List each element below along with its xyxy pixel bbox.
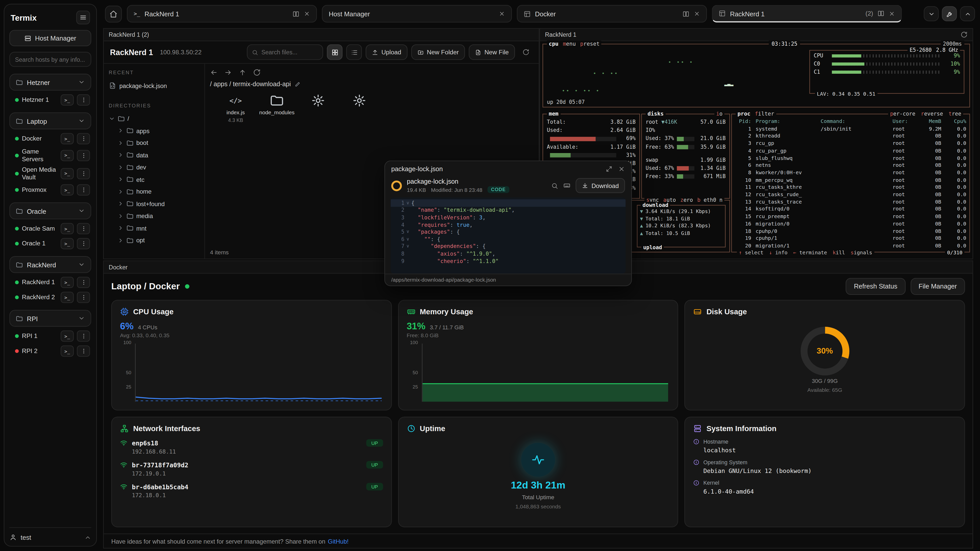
tree-item-boot[interactable]: boot	[109, 137, 199, 149]
file-refresh-button[interactable]	[519, 45, 533, 59]
tree-item-opt[interactable]: opt	[109, 234, 199, 246]
up-directory-icon[interactable]	[239, 68, 246, 76]
tab-racknerd-1-3[interactable]: RackNerd 1(2)	[712, 5, 902, 23]
tree-item-lost-found[interactable]: lost+found	[109, 198, 199, 210]
tree-item-home[interactable]: home	[109, 186, 199, 198]
host-item-hetzner-1[interactable]: Hetzner 1>_	[10, 91, 91, 106]
group-header-oracle[interactable]: Oracle	[10, 202, 91, 219]
host-terminal-button[interactable]: >_	[61, 133, 74, 144]
host-terminal-button[interactable]: >_	[61, 345, 74, 357]
host-menu-button[interactable]	[77, 238, 90, 249]
tab-racknerd-1-0[interactable]: >_RackNerd 1	[127, 5, 317, 23]
refresh-status-button[interactable]: Refresh Status	[846, 278, 905, 295]
grid-view-button[interactable]	[327, 44, 342, 60]
tree-item-apps[interactable]: apps	[109, 125, 199, 137]
back-icon[interactable]	[210, 68, 218, 76]
fold-caret[interactable]: ∨	[404, 200, 411, 206]
close-tab-button[interactable]	[304, 8, 310, 19]
host-search-input[interactable]	[10, 52, 91, 67]
close-tab-button[interactable]	[694, 8, 700, 19]
host-terminal-button[interactable]: >_	[61, 223, 74, 234]
file-search-input[interactable]	[261, 49, 318, 56]
btop-option-preset[interactable]: preset	[580, 41, 600, 47]
btop-option-b-eth0-n[interactable]: b eth0 n	[697, 197, 722, 203]
github-link[interactable]: GitHub!	[328, 537, 348, 545]
fold-caret[interactable]: ∨	[404, 229, 411, 234]
list-view-button[interactable]	[346, 44, 362, 60]
host-terminal-button[interactable]: >_	[61, 330, 74, 342]
group-header-rpi[interactable]: RPI	[10, 310, 91, 327]
fold-caret[interactable]: ∨	[404, 237, 411, 242]
sidebar-collapse-button[interactable]	[76, 11, 90, 24]
chevron-up-icon[interactable]	[84, 534, 91, 541]
host-terminal-button[interactable]: >_	[61, 277, 74, 288]
terminal-refresh-icon[interactable]	[961, 31, 967, 38]
btop-option-filter[interactable]: filter	[755, 110, 774, 117]
collapse-panel-button[interactable]	[960, 6, 975, 21]
btop-option-tree[interactable]: tree	[948, 110, 961, 117]
fold-caret[interactable]: ∨	[404, 244, 411, 249]
tree-item-media[interactable]: media	[109, 210, 199, 222]
host-menu-button[interactable]	[77, 150, 90, 161]
upload-button[interactable]: Upload	[366, 44, 407, 60]
host-item-oracle-1[interactable]: Oracle 1>_	[10, 234, 91, 249]
host-menu-button[interactable]	[77, 168, 90, 179]
sidebar-footer[interactable]: test	[10, 527, 91, 541]
close-icon[interactable]	[618, 165, 625, 172]
host-item-rpi-2[interactable]: RPI 2>_	[10, 342, 91, 357]
btop-option-io[interactable]: io	[716, 110, 722, 117]
host-menu-button[interactable]	[77, 330, 90, 342]
file-search[interactable]	[247, 44, 323, 60]
host-terminal-button[interactable]: >_	[61, 94, 74, 106]
tree-item-root[interactable]: /	[109, 113, 199, 125]
group-header-hetzner[interactable]: Hetzner	[10, 74, 91, 91]
host-menu-button[interactable]	[77, 133, 90, 144]
close-tab-button[interactable]	[499, 8, 505, 19]
btop-option-reverse[interactable]: reverse	[921, 110, 943, 117]
recent-file-package-lock-json[interactable]: package-lock.json	[109, 79, 199, 92]
host-item-docker[interactable]: Docker>_	[10, 129, 91, 144]
host-item-game-servers[interactable]: Game Servers>_	[10, 144, 91, 162]
btop-option-zero[interactable]: zero	[680, 197, 693, 203]
host-menu-button[interactable]	[77, 223, 90, 234]
tree-item-dev[interactable]: dev	[109, 161, 199, 173]
file-manager-open-button[interactable]: File Manager	[910, 278, 965, 295]
file-item-index-js[interactable]: </>index.js4.3 KB	[218, 92, 254, 123]
new-folder-button[interactable]: New Folder	[411, 44, 465, 60]
file-item[interactable]	[300, 92, 336, 123]
download-button[interactable]: Download	[576, 178, 625, 193]
btop-option-menu[interactable]: menu	[563, 41, 576, 47]
host-terminal-button[interactable]: >_	[61, 184, 74, 195]
close-tab-button[interactable]	[889, 8, 895, 19]
group-header-laptop[interactable]: Laptop	[10, 113, 91, 129]
tree-item-etc[interactable]: etc	[109, 173, 199, 186]
host-item-open-media-vault[interactable]: Open Media Vault>_	[10, 162, 91, 181]
host-terminal-button[interactable]: >_	[61, 168, 74, 179]
forward-icon[interactable]	[224, 68, 232, 76]
breadcrumb-path[interactable]: / apps / termix-download-api	[210, 81, 291, 87]
host-terminal-button[interactable]: >_	[61, 150, 74, 161]
file-item[interactable]	[341, 92, 377, 123]
tab-host-manager-1[interactable]: Host Manager	[322, 5, 512, 23]
edit-path-icon[interactable]	[294, 81, 301, 87]
host-item-oracle-sam[interactable]: Oracle Sam>_	[10, 219, 91, 234]
host-menu-button[interactable]	[77, 277, 90, 288]
host-item-racknerd-2[interactable]: RackNerd 2>_	[10, 288, 91, 303]
host-menu-button[interactable]	[77, 94, 90, 106]
host-manager-button[interactable]: Host Manager	[10, 30, 91, 46]
tab-docker-2[interactable]: Docker	[517, 5, 707, 23]
tab-list-button[interactable]	[924, 6, 939, 21]
host-item-racknerd-1[interactable]: RackNerd 1>_	[10, 273, 91, 288]
home-button[interactable]	[105, 5, 122, 22]
file-item-node-modules[interactable]: node_modules	[259, 92, 295, 123]
host-terminal-button[interactable]: >_	[61, 292, 74, 303]
host-terminal-button[interactable]: >_	[61, 238, 74, 249]
new-file-button[interactable]: New File	[469, 44, 515, 60]
tree-item-data[interactable]: data	[109, 149, 199, 161]
host-menu-button[interactable]	[77, 345, 90, 357]
host-item-rpi-1[interactable]: RPI 1>_	[10, 327, 91, 342]
refresh-icon[interactable]	[253, 68, 261, 76]
host-menu-button[interactable]	[77, 184, 90, 195]
host-menu-button[interactable]	[77, 292, 90, 303]
search-in-file-icon[interactable]	[552, 182, 558, 189]
